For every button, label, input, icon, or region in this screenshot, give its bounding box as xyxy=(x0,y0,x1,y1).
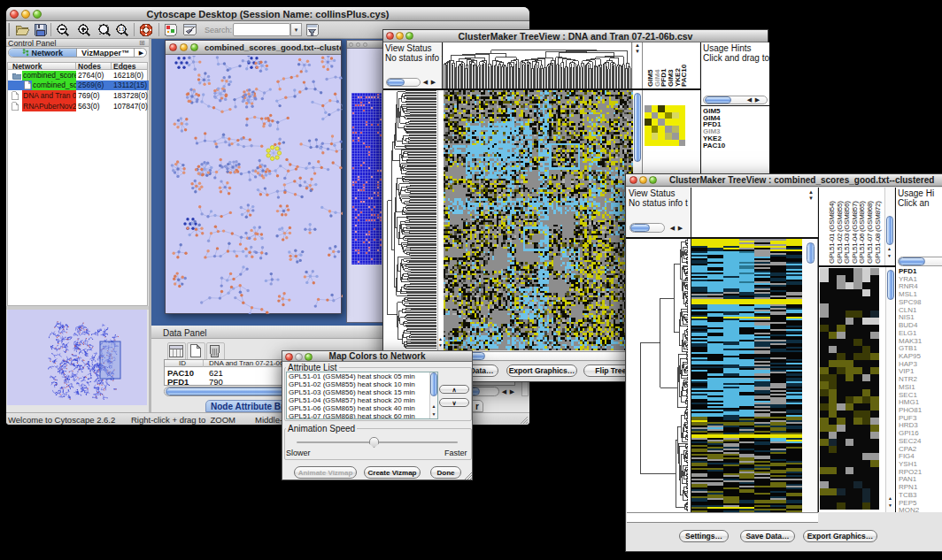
svg-text:1:1: 1:1 xyxy=(119,27,125,32)
